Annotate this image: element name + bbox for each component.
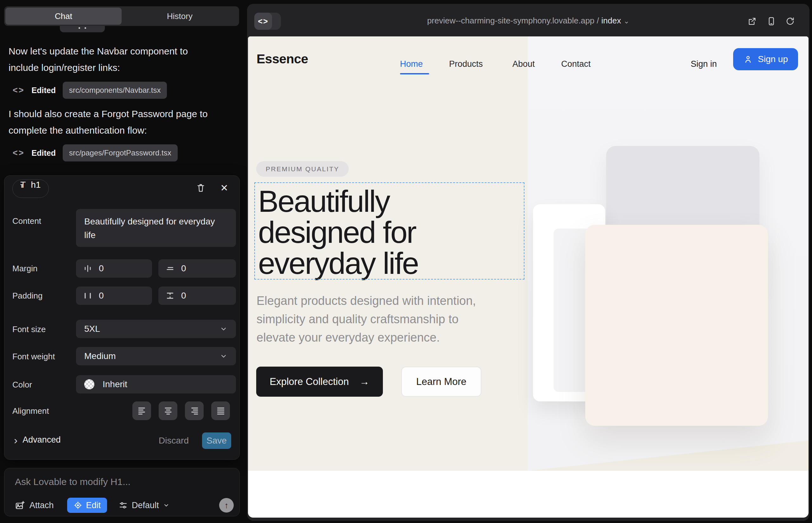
margin-y-input[interactable]: 0: [158, 259, 236, 278]
hero-section: Essence Home Products About Contact Sign…: [248, 36, 809, 471]
align-left-icon: [137, 405, 147, 416]
padding-horizontal-icon: [83, 291, 92, 301]
code-icon: <>: [13, 148, 25, 158]
app-window: Chat History Now let's update the Navbar…: [0, 0, 812, 523]
refresh-icon: [785, 16, 795, 26]
chevron-down-icon: ⌄: [623, 17, 629, 25]
close-icon: ✕: [220, 182, 228, 194]
delete-element-button[interactable]: [194, 181, 207, 194]
padding-label: Padding: [12, 291, 42, 301]
edited-label: Edited: [32, 86, 56, 95]
margin-horizontal-icon: [83, 264, 92, 273]
sign-in-link[interactable]: Sign in: [691, 59, 717, 69]
typography-icon: тT: [20, 180, 26, 190]
file-chip[interactable]: src/components/Navbar.tsx: [63, 82, 167, 99]
preview-frame: <> preview--charming-site-symphony.lovab…: [247, 4, 810, 521]
open-in-new-tab-button[interactable]: [747, 16, 758, 26]
phone-icon: [766, 16, 776, 26]
element-tag-label: h1: [31, 180, 40, 190]
preview-url[interactable]: preview--charming-site-symphony.lovable.…: [247, 16, 810, 26]
align-left-button[interactable]: [133, 401, 151, 420]
arrow-right-icon: →: [359, 376, 369, 387]
decor-card-beige: [585, 225, 768, 426]
chevron-down-icon: [219, 352, 228, 360]
alignment-label: Alignment: [12, 406, 49, 416]
composer-input[interactable]: Ask Lovable to modify H1...: [15, 476, 130, 487]
mobile-view-button[interactable]: [766, 16, 777, 26]
font-weight-select[interactable]: Medium: [76, 347, 236, 365]
content-input[interactable]: Beautifully designed for everyday life: [76, 209, 236, 247]
margin-x-input[interactable]: 0: [76, 259, 152, 278]
color-label: Color: [12, 380, 32, 390]
hero-paragraph: Elegant products designed with intention…: [257, 292, 476, 347]
refresh-button[interactable]: [785, 16, 796, 26]
chevron-down-icon: [219, 325, 228, 333]
tab-chat[interactable]: Chat: [5, 7, 122, 25]
nav-link-home[interactable]: Home: [400, 59, 423, 69]
align-center-icon: [163, 405, 174, 416]
image-plus-icon: [15, 500, 25, 510]
edited-file-row: <> Edited src/pages/ForgotPassword.tsx: [13, 144, 178, 161]
url-separator: /: [595, 16, 601, 25]
premium-quality-badge: PREMIUM QUALITY: [256, 161, 349, 177]
edit-mode-button[interactable]: Edit: [67, 498, 107, 513]
sliders-icon: [119, 501, 128, 510]
align-right-button[interactable]: [185, 401, 204, 420]
user-icon: [743, 54, 753, 64]
selection-outline[interactable]: [254, 182, 525, 279]
attach-button[interactable]: Attach: [15, 500, 54, 510]
element-editor-panel: тT h1 ✕ Content Beautifully designed for…: [4, 175, 240, 460]
scrolled-pill-fragment: [60, 26, 105, 32]
padding-x-input[interactable]: 0: [76, 287, 152, 305]
site-logo[interactable]: Essence: [257, 52, 308, 67]
font-size-select[interactable]: 5XL: [76, 320, 236, 338]
preview-toolbar-icons: [747, 16, 796, 26]
font-size-label: Font size: [12, 325, 46, 334]
content-label: Content: [12, 216, 41, 226]
learn-more-button[interactable]: Learn More: [401, 366, 481, 397]
composer-toolbar: Attach Edit Default: [15, 497, 234, 513]
nav-link-products[interactable]: Products: [449, 59, 483, 69]
alignment-button-group: [133, 401, 230, 420]
arrow-up-icon: ↑: [225, 501, 229, 510]
preview-page-name: index: [601, 16, 621, 25]
chat-history-tabbar: Chat History: [4, 6, 239, 26]
align-justify-button[interactable]: [211, 401, 230, 420]
editor-footer: › Advanced Discard Save: [4, 430, 240, 452]
model-default-dropdown[interactable]: Default: [119, 501, 170, 510]
chat-message: I should also create a Forgot Password p…: [8, 106, 232, 139]
send-button[interactable]: ↑: [219, 498, 234, 512]
external-link-icon: [747, 16, 757, 26]
chat-composer: Ask Lovable to modify H1... Attach Edit: [4, 468, 240, 516]
target-icon: [73, 501, 82, 510]
preview-page: Essence Home Products About Contact Sign…: [248, 36, 809, 518]
align-center-button[interactable]: [159, 401, 177, 420]
nav-link-contact[interactable]: Contact: [561, 59, 590, 69]
nav-active-underline: [400, 73, 429, 74]
edited-label: Edited: [32, 148, 56, 158]
tab-history[interactable]: History: [122, 7, 238, 25]
color-swatch-transparent: [84, 379, 94, 390]
color-select[interactable]: Inherit: [76, 375, 236, 394]
preview-domain: preview--charming-site-symphony.lovable.…: [427, 16, 595, 25]
padding-vertical-icon: [165, 291, 175, 301]
font-weight-label: Font weight: [12, 352, 55, 362]
explore-collection-button[interactable]: Explore Collection →: [256, 366, 383, 397]
advanced-toggle[interactable]: › Advanced: [14, 435, 60, 445]
hero-cta-row: Explore Collection → Learn More: [256, 366, 481, 397]
close-panel-button[interactable]: ✕: [218, 181, 231, 194]
margin-vertical-icon: [165, 264, 175, 273]
edited-file-row: <> Edited src/components/Navbar.tsx: [13, 82, 167, 99]
align-justify-icon: [215, 405, 226, 416]
nav-link-about[interactable]: About: [512, 59, 535, 69]
code-icon: <>: [13, 86, 25, 95]
save-button[interactable]: Save: [202, 432, 231, 449]
element-type-pill[interactable]: тT h1: [12, 180, 49, 198]
discard-button[interactable]: Discard: [159, 436, 189, 446]
padding-y-input[interactable]: 0: [158, 287, 236, 305]
file-chip[interactable]: src/pages/ForgotPassword.tsx: [63, 144, 178, 161]
sign-up-button[interactable]: Sign up: [733, 48, 798, 70]
chat-message: Now let's update the Navbar component to…: [8, 43, 213, 76]
chevron-right-icon: ›: [14, 437, 17, 443]
chevron-down-icon: [163, 502, 170, 509]
